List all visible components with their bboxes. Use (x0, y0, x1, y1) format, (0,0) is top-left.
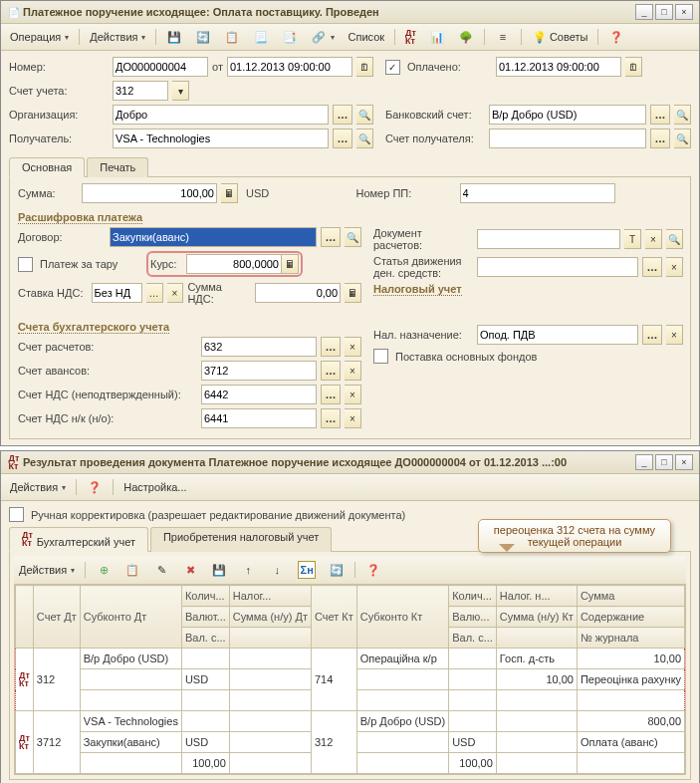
org-input[interactable] (113, 105, 329, 125)
save-icon[interactable]: 💾 (161, 26, 187, 48)
close2-button[interactable]: × (675, 454, 693, 470)
refresh-icon[interactable]: 🔄 (190, 26, 216, 48)
help2-icon[interactable]: ❓ (82, 476, 108, 498)
bank-input[interactable] (489, 105, 646, 125)
grid-actions-menu[interactable]: Действия (14, 561, 80, 579)
tab-print[interactable]: Печать (87, 157, 148, 177)
contract-input[interactable]: Закупки(аванс) (110, 227, 317, 247)
table-row[interactable]: ДтКт 3712 VSA - Technologies 312 В/р Доб… (16, 711, 685, 732)
report-icon[interactable]: 📊 (424, 26, 450, 48)
a4-input[interactable] (201, 408, 317, 428)
settings-button[interactable]: Настройка... (118, 478, 191, 496)
attach-icon[interactable]: 🔗 (306, 26, 340, 48)
rate-calc-icon[interactable]: 🖩 (282, 254, 299, 274)
col-acc-kt[interactable]: Счет Кт (311, 586, 356, 649)
help-icon[interactable]: ❓ (603, 26, 629, 48)
operation-menu[interactable]: Операция (5, 28, 74, 46)
col-sub-kt[interactable]: Субконто Кт (356, 586, 448, 649)
actions2-menu[interactable]: Действия (5, 478, 71, 496)
advice-button[interactable]: 💡Советы (527, 26, 592, 48)
paid-date-input[interactable] (496, 57, 621, 77)
minimize2-button[interactable]: _ (635, 454, 653, 470)
dk-icon[interactable]: ДтКт (400, 26, 421, 48)
col-sub-dt[interactable]: Субконто Дт (80, 586, 181, 649)
a2-input[interactable] (201, 361, 317, 381)
docr-input[interactable] (477, 229, 620, 249)
add-icon[interactable]: ⊕ (91, 559, 117, 581)
copy-icon[interactable]: 📋 (119, 559, 145, 581)
tab-main[interactable]: Основная (9, 157, 85, 177)
stat-clear[interactable]: × (666, 257, 683, 277)
org-lookup-button[interactable]: … (333, 105, 352, 125)
help3-icon[interactable]: ❓ (360, 559, 386, 581)
recipient-search-icon[interactable]: 🔍 (356, 129, 373, 148)
tab-accounting[interactable]: ДтКтБухгалтерский учет (9, 527, 148, 552)
vat-clear-button[interactable]: × (167, 283, 184, 303)
minimize-button[interactable]: _ (635, 4, 653, 20)
delete-icon[interactable]: ✖ (177, 559, 203, 581)
save2-icon[interactable]: 💾 (206, 559, 232, 581)
a1-clear[interactable]: × (345, 337, 361, 357)
doc2-icon[interactable]: 📑 (277, 26, 303, 48)
bank-search-icon[interactable]: 🔍 (674, 105, 691, 125)
pp-input[interactable] (460, 183, 615, 203)
vat-sum-calc-icon[interactable]: 🖩 (345, 283, 361, 303)
recipient-lookup-button[interactable]: … (333, 129, 352, 148)
docr-search-icon[interactable]: 🔍 (666, 229, 683, 249)
table-row[interactable]: ДтКт 312 В/р Добро (USD) 714 Операційна … (16, 649, 685, 669)
list-button[interactable]: Список (343, 28, 389, 46)
sum-input[interactable] (82, 183, 217, 203)
paid-checkbox[interactable]: ✓ (385, 60, 400, 75)
docr-clear[interactable]: × (645, 229, 662, 249)
col-curs2[interactable]: Вал. с... (449, 628, 497, 649)
nal-clear[interactable]: × (666, 325, 683, 345)
col-tax2[interactable]: Налог. н... (496, 586, 577, 607)
rate-input[interactable] (186, 254, 282, 274)
tara-checkbox[interactable] (18, 257, 33, 272)
accounting-grid[interactable]: Счет Дт Субконто Дт Колич... Налог... Сч… (14, 584, 686, 775)
recipient-acc-input[interactable] (489, 129, 646, 148)
contract-search-icon[interactable]: 🔍 (345, 227, 361, 247)
tree-icon[interactable]: 🌳 (453, 26, 479, 48)
doc1-icon[interactable]: 📃 (248, 26, 274, 48)
nal-lookup[interactable]: … (642, 325, 662, 345)
a3-input[interactable] (201, 385, 317, 404)
vat-dots-button[interactable]: … (146, 283, 163, 303)
bank-lookup-button[interactable]: … (650, 105, 670, 125)
recipient-acc-lookup-button[interactable]: … (650, 129, 670, 148)
col-cur2[interactable]: Валю... (449, 607, 497, 628)
close-button[interactable]: × (675, 4, 693, 20)
col-qty2[interactable]: Колич... (449, 586, 497, 607)
actions-menu[interactable]: Действия (85, 28, 150, 46)
number-input[interactable] (113, 57, 208, 77)
tab-tax-acq[interactable]: Приобретения налоговый учет (150, 527, 332, 552)
recipient-acc-search-icon[interactable]: 🔍 (674, 129, 691, 148)
col-tax[interactable]: Налог... (229, 586, 311, 607)
col-cur[interactable]: Валют... (181, 607, 229, 628)
col-sumn[interactable]: Сумма (н/у) Дт (229, 607, 311, 628)
props-icon[interactable]: ≡ (490, 26, 516, 48)
refresh2-icon[interactable]: 🔄 (324, 559, 350, 581)
funds-checkbox[interactable] (373, 349, 388, 364)
a3-lookup[interactable]: … (321, 385, 341, 404)
col-acc-dt[interactable]: Счет Дт (33, 586, 80, 649)
sum-calc-icon[interactable]: 🖩 (221, 183, 238, 203)
account-input[interactable] (113, 81, 168, 101)
contract-lookup-button[interactable]: … (321, 227, 341, 247)
edit-icon[interactable]: ✎ (148, 559, 174, 581)
a1-input[interactable] (201, 337, 317, 357)
sigma-icon[interactable]: Σн (293, 558, 321, 582)
col-qty[interactable]: Колич... (181, 586, 229, 607)
col-sumn2[interactable]: Сумма (н/у) Кт (496, 607, 577, 628)
paid-date-calc-icon[interactable]: 🗓 (625, 57, 642, 77)
maximize2-button[interactable]: □ (655, 454, 673, 470)
date-calc-icon[interactable]: 🗓 (356, 57, 373, 77)
down-icon[interactable]: ↓ (264, 559, 290, 581)
date-input[interactable] (227, 57, 352, 77)
maximize-button[interactable]: □ (655, 4, 673, 20)
manual-checkbox[interactable] (9, 507, 24, 522)
nal-input[interactable] (477, 325, 638, 345)
a4-lookup[interactable]: … (321, 408, 341, 428)
recipient-input[interactable] (113, 129, 329, 148)
col-content[interactable]: Содержание (577, 607, 684, 628)
